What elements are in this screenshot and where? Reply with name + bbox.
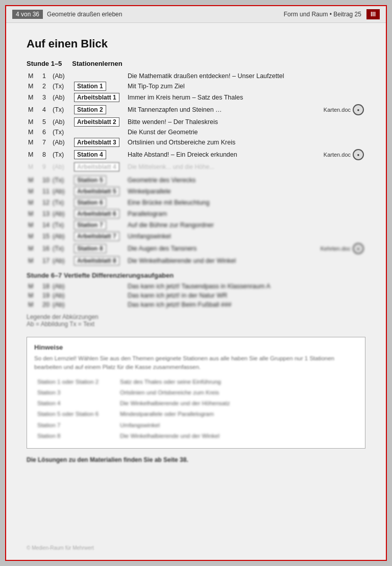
hinweis-key: Station 7	[35, 421, 117, 430]
disc-icon: ●	[353, 149, 364, 160]
row-num: 3	[41, 92, 51, 103]
legend-section: Legende der Abkürzungen Ab = Abbildung T…	[27, 313, 365, 328]
section-badge: III	[366, 9, 380, 19]
hinweis-val: Ortslinien und Ortsbereiche zum Kreis	[118, 388, 357, 398]
table-row: M 4 (Tx) Station 2 Mit Tannenzapfen und …	[27, 103, 365, 116]
row-num: 4	[41, 103, 51, 116]
row-type: (Ab)	[51, 71, 72, 81]
row-badge-cell: Arbeitsblatt 1	[72, 92, 126, 103]
row-text: Ortslinien und Ortsbereiche zum Kreis	[126, 137, 320, 148]
m-label: M	[27, 92, 41, 103]
hinweis-key: Station 3	[35, 388, 117, 398]
row-num: 2	[41, 81, 51, 92]
materials-table: M 1 (Ab) Die Mathematik draußen entdecke…	[27, 71, 365, 173]
row-text: Die Mittelsenk... und die Höhe...	[126, 161, 320, 173]
row-badge-cell: Arbeitsblatt 3	[72, 137, 126, 148]
row-num: 1	[41, 71, 51, 81]
row-num: 5	[41, 116, 51, 128]
m-label: M	[27, 148, 41, 161]
section-type-label: Stationenlernen	[72, 60, 122, 67]
m-label: M	[27, 81, 41, 92]
table-row: M 7 (Ab) Arbeitsblatt 3 Ortslinien und O…	[27, 137, 365, 148]
row-extra	[320, 92, 365, 103]
row-type: (Tx)	[51, 128, 72, 137]
row-badge-cell: Station 1	[72, 81, 126, 92]
header-left: 4 von 36 Geometrie draußen erleben	[12, 10, 122, 19]
table-row: M 5 (Ab) Arbeitsblatt 2 Bitte wenden! – …	[27, 116, 365, 128]
row-extra: Karten.doc ●	[320, 148, 365, 161]
table-row: M 2 (Tx) Station 1 Mit Tip-Top zum Ziel	[27, 81, 365, 92]
hinweis-val: Die Winkelhalbierende und der Höhensatz	[118, 399, 357, 408]
row-text: Bitte wenden! – Der Thaleskreis	[126, 116, 320, 128]
diff-rows-section: M18(Ab) Das kann ich jetzt! Tausendpass …	[27, 282, 365, 309]
table-row: M18(Ab) Das kann ich jetzt! Tausendpass …	[27, 282, 365, 291]
footer-note: Die Lösungen zu den Materialien finden S…	[27, 456, 365, 463]
hinweis-val: Die Winkelhalbierende und der Winkel	[118, 431, 357, 441]
header-bar: 4 von 36 Geometrie draußen erleben Form …	[6, 6, 386, 23]
section-header-1: Stunde 1–5 Stationenlernen	[27, 60, 365, 67]
row-type: (Tx)	[51, 81, 72, 92]
hinweis-val: Umfangswinkel	[118, 421, 357, 430]
row-text: Halte Abstand! – Ein Dreieck erkunden	[126, 148, 320, 161]
row-badge-cell	[72, 128, 126, 137]
hinweis-key: Station 8	[35, 431, 117, 441]
stunden-label: Stunde 1–5	[27, 60, 62, 67]
page-title: Auf einen Blick	[27, 37, 365, 51]
arbeitsblatt-badge: Arbeitsblatt 2	[74, 117, 119, 127]
hinweis-text: So den Lernziel! Wählen Sie aus den Them…	[34, 355, 334, 370]
row-num: 8	[41, 148, 51, 161]
hinweis-key: Station 4	[35, 399, 117, 408]
station-badge: Station 2	[74, 105, 106, 114]
list-item: Station 5 oder Station 6 Mindestparallel…	[35, 409, 357, 419]
row-text: Die Kunst der Geometrie	[126, 128, 320, 137]
row-type: (Ab)	[51, 92, 72, 103]
row-num: 6	[41, 128, 51, 137]
arbeitsblatt-badge: Arbeitsblatt 4	[74, 162, 119, 171]
disc-icon: ●	[353, 104, 364, 115]
hinweis-key: Station 1 oder Station 2	[35, 377, 117, 387]
list-item: Station 1 oder Station 2 Satz des Thales…	[35, 377, 357, 387]
row-num: 7	[41, 137, 51, 148]
row-text: Immer im Kreis herum – Satz des Thales	[126, 92, 320, 103]
hinweis-table: Station 1 oder Station 2 Satz des Thales…	[34, 376, 358, 442]
table-row: M15(Ab) Arbeitsblatt 7 Umfangswinkel	[27, 231, 365, 242]
table-row: M 8 (Tx) Station 4 Halte Abstand! – Ein …	[27, 148, 365, 161]
hinweis-body: So den Lernziel! Wählen Sie aus den Them…	[34, 354, 358, 442]
table-row-blurred: M 9 (Ab) Arbeitsblatt 4 Die Mittelsenk..…	[27, 161, 365, 173]
table-row: M 1 (Ab) Die Mathematik draußen entdecke…	[27, 71, 365, 81]
table-row: M17(Ab) Arbeitsblatt 8 Die Winkelhalbier…	[27, 255, 365, 266]
row-num: 9	[41, 161, 51, 173]
m-label: M	[27, 71, 41, 81]
karten-doc-label: Karten.doc ●	[324, 104, 364, 115]
table-row: M10(Tx) Station 5 Geometrie des Vierecks	[27, 175, 365, 186]
station-badge: Station 1	[74, 82, 106, 91]
page-bottom-text: © Medien-Raum für Mehrwert	[27, 545, 94, 551]
table-row: M11(Ab) Arbeitsblatt 5 Winkelparallele	[27, 186, 365, 197]
legend-label: Legende der Abkürzungen	[27, 313, 99, 321]
page-number: 4 von 36	[12, 10, 43, 19]
header-title: Geometrie draußen erleben	[47, 11, 122, 18]
row-extra: Karten.doc ●	[320, 103, 365, 116]
list-item: Station 7 Umfangswinkel	[35, 421, 357, 430]
row-extra	[320, 71, 365, 81]
row-extra	[320, 128, 365, 137]
row-badge-cell	[72, 71, 126, 81]
row-type: (Ab)	[51, 116, 72, 128]
m-label: M	[27, 128, 41, 137]
m-label: M	[27, 116, 41, 128]
row-text: Mit Tip-Top zum Ziel	[126, 81, 320, 92]
row-extra	[320, 81, 365, 92]
hinweis-val: Satz des Thales oder seine Einführung	[118, 377, 357, 387]
row-text: Mit Tannenzapfen und Steinen …	[126, 103, 320, 116]
list-item: Station 8 Die Winkelhalbierende und der …	[35, 431, 357, 441]
blurred-rows-section: M10(Tx) Station 5 Geometrie des Vierecks…	[27, 175, 365, 266]
legend-text: Ab = Abbildung Tx = Text	[27, 321, 94, 328]
table-row: M16(Tx) Station 8 Die Augen des Tansners…	[27, 242, 365, 255]
table-row: M 6 (Tx) Die Kunst der Geometrie	[27, 128, 365, 137]
table-row: M20(Ab) Das kann ich jetzt! Beim Fußball…	[27, 300, 365, 309]
section-header-2: Stunde 6–7 Vertiefte Differenzierungsauf…	[27, 272, 365, 279]
arbeitsblatt-badge: Arbeitsblatt 1	[74, 93, 119, 102]
main-content: Auf einen Blick Stunde 1–5 Stationenlern…	[6, 23, 386, 479]
row-extra	[320, 116, 365, 128]
table-row: M 3 (Ab) Arbeitsblatt 1 Immer im Kreis h…	[27, 92, 365, 103]
